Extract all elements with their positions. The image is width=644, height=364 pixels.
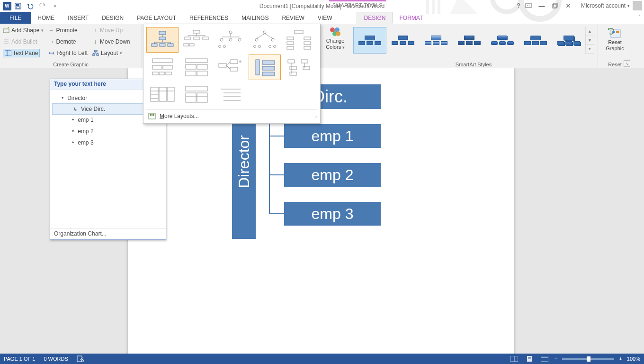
svg-rect-82	[186, 71, 196, 76]
text-pane-button[interactable]: Text Pane	[3, 48, 44, 58]
svg-rect-116	[152, 114, 154, 116]
add-shape-button[interactable]: Add Shape▾	[3, 25, 44, 36]
tp-item-emp2[interactable]: •emp 2	[51, 126, 165, 137]
layout-option-6[interactable]	[146, 55, 179, 80]
redo-button[interactable]	[37, 1, 48, 11]
styles-scroll[interactable]: ▲▼▾	[585, 27, 594, 54]
right-to-left-button[interactable]: Right to Left	[48, 48, 88, 58]
move-down-button[interactable]: ↓Move Down	[92, 36, 130, 47]
layout-option-4[interactable]	[249, 27, 281, 53]
layout-option-1[interactable]	[146, 27, 179, 53]
reset-line1: Reset	[608, 39, 622, 46]
minimize-button[interactable]: —	[537, 1, 547, 10]
reset-graphic-button[interactable]: Reset Graphic	[601, 25, 629, 62]
layout-option-11[interactable]	[146, 82, 179, 108]
layout-option-5[interactable]	[283, 27, 315, 53]
demote-label: Demote	[56, 38, 76, 45]
zoom-in-button[interactable]: +	[619, 356, 622, 362]
svg-rect-75	[163, 65, 172, 69]
qat-customize-button[interactable]: ▾	[49, 1, 61, 11]
tab-smartart-design[interactable]: DESIGN	[357, 12, 393, 24]
svg-rect-81	[197, 64, 207, 69]
demote-button[interactable]: →Demote	[48, 36, 88, 47]
layout-option-9[interactable]	[249, 55, 281, 80]
svg-rect-85	[230, 60, 238, 64]
tab-page-layout[interactable]: PAGE LAYOUT	[130, 12, 183, 24]
tab-mailings[interactable]: MAILINGS	[235, 12, 275, 24]
undo-button[interactable]	[25, 1, 36, 11]
ribbon-tabs: FILE HOME INSERT DESIGN PAGE LAYOUT REFE…	[0, 12, 644, 24]
layout-option-12[interactable]	[180, 82, 213, 108]
svg-rect-69	[287, 42, 294, 45]
tab-design[interactable]: DESIGN	[95, 12, 130, 24]
reset-dialog-launcher[interactable]: ↘	[624, 60, 630, 67]
zoom-out-button[interactable]: −	[555, 356, 557, 362]
layout-option-7[interactable]	[180, 55, 213, 80]
layout-button[interactable]: Layout▾	[92, 48, 130, 58]
svg-rect-107	[186, 93, 196, 102]
svg-line-88	[226, 65, 230, 69]
ribbon-display-options-button[interactable]	[523, 1, 534, 10]
smartart-director-text: Director	[235, 135, 253, 188]
tp-item-emp3[interactable]: •emp 3	[51, 137, 165, 148]
tab-insert[interactable]: INSERT	[61, 12, 95, 24]
resize-grip-icon[interactable]: ⋰	[313, 117, 319, 122]
svg-rect-35	[168, 44, 173, 46]
svg-point-61	[259, 46, 261, 48]
more-layouts-button[interactable]: MMore Layouts...ore Layouts...	[146, 109, 317, 122]
view-web-layout-button[interactable]	[539, 355, 550, 363]
smartart-emp3-box[interactable]: emp 3	[284, 202, 381, 226]
style-thumb-5[interactable]	[486, 27, 519, 54]
svg-rect-72	[304, 46, 311, 49]
status-proof-icon[interactable]	[77, 355, 84, 362]
restore-button[interactable]	[550, 1, 560, 10]
text-pane-footer[interactable]: Organization Chart...	[50, 228, 166, 239]
tab-review[interactable]: REVIEW	[275, 12, 311, 24]
collapse-ribbon-button[interactable]: ˆ	[638, 15, 640, 20]
svg-point-53	[219, 46, 221, 48]
layout-option-3[interactable]	[215, 27, 247, 53]
layout-option-13[interactable]	[215, 82, 247, 108]
tab-view[interactable]: VIEW	[311, 12, 339, 24]
tab-file[interactable]: FILE	[0, 12, 31, 24]
svg-point-27	[336, 31, 340, 36]
tab-references[interactable]: REFERENCES	[183, 12, 235, 24]
close-button[interactable]: ✕	[563, 1, 573, 10]
style-thumb-7[interactable]	[552, 27, 585, 54]
save-button[interactable]	[12, 1, 24, 11]
svg-rect-94	[301, 60, 308, 63]
help-button[interactable]: ?	[517, 2, 520, 9]
svg-rect-19	[97, 54, 99, 55]
style-thumb-3[interactable]	[420, 27, 453, 54]
svg-rect-89	[256, 60, 259, 75]
style-thumb-2[interactable]	[386, 27, 420, 54]
tab-smartart-format[interactable]: FORMAT	[393, 12, 429, 24]
zoom-slider[interactable]	[562, 358, 614, 360]
style-thumb-6[interactable]	[519, 27, 552, 54]
smartart-emp1-box[interactable]: emp 1	[284, 124, 381, 148]
layout-option-2[interactable]	[180, 27, 213, 53]
promote-button[interactable]: ←Promote	[48, 25, 88, 36]
style-thumb-4[interactable]	[453, 27, 486, 54]
layout-option-10[interactable]	[283, 55, 315, 80]
svg-rect-78	[166, 72, 171, 75]
smartart-emp2-box[interactable]: emp 2	[284, 163, 381, 187]
svg-rect-68	[304, 37, 311, 40]
zoom-level[interactable]: 100%	[627, 356, 640, 362]
reset-graphic-icon	[608, 27, 622, 39]
svg-rect-108	[197, 93, 207, 102]
svg-rect-97	[290, 72, 296, 75]
view-print-layout-button[interactable]	[524, 355, 535, 363]
account-button[interactable]: Microsoft account▾	[581, 1, 642, 10]
tab-home[interactable]: HOME	[31, 12, 61, 24]
svg-rect-34	[160, 44, 165, 46]
smartart-emp3-text: emp 3	[312, 205, 354, 223]
status-page[interactable]: PAGE 1 OF 1	[4, 356, 35, 362]
layout-option-8[interactable]	[215, 55, 247, 80]
view-read-mode-button[interactable]	[509, 355, 519, 363]
document-workspace: Director e Dirc. emp 1 emp 2 emp 3 Type …	[0, 68, 644, 354]
style-thumb-1[interactable]	[353, 27, 386, 54]
status-words[interactable]: 0 WORDS	[44, 356, 68, 362]
text-pane-label: Text Pane	[13, 50, 38, 56]
change-colors-button[interactable]: Change Colors ▾	[321, 24, 349, 61]
